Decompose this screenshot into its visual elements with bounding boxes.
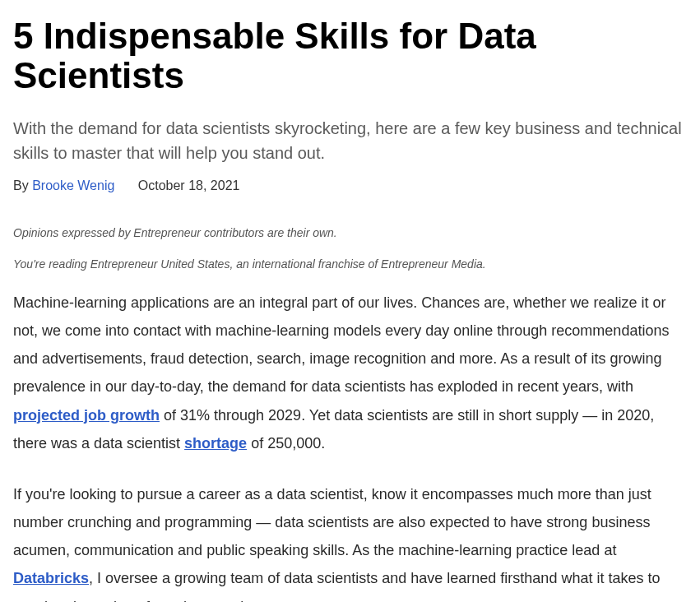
- byline: By Brooke Wenig October 18, 2021: [13, 178, 687, 193]
- author-link[interactable]: Brooke Wenig: [32, 178, 114, 192]
- shortage-link[interactable]: shortage: [184, 435, 247, 452]
- franchise-disclaimer: You're reading Entrepreneur United State…: [13, 257, 687, 271]
- article-title: 5 Indispensable Skills for Data Scientis…: [13, 16, 687, 96]
- body-paragraph-1: Machine-learning applications are an int…: [13, 289, 687, 457]
- body-text-span: , I oversee a growing team of data scien…: [13, 570, 660, 602]
- article-subtitle: With the demand for data scientists skyr…: [13, 116, 687, 165]
- body-text-span: of 250,000.: [247, 435, 325, 452]
- opinions-disclaimer: Opinions expressed by Entrepreneur contr…: [13, 226, 687, 239]
- body-paragraph-2: If you're looking to pursue a career as …: [13, 480, 687, 602]
- body-text-span: Machine-learning applications are an int…: [13, 294, 669, 396]
- body-text-span: If you're looking to pursue a career as …: [13, 486, 651, 558]
- publish-date: October 18, 2021: [138, 178, 240, 192]
- by-label: By: [13, 178, 32, 192]
- databricks-link[interactable]: Databricks: [13, 570, 89, 586]
- projected-job-growth-link[interactable]: projected job growth: [13, 407, 160, 424]
